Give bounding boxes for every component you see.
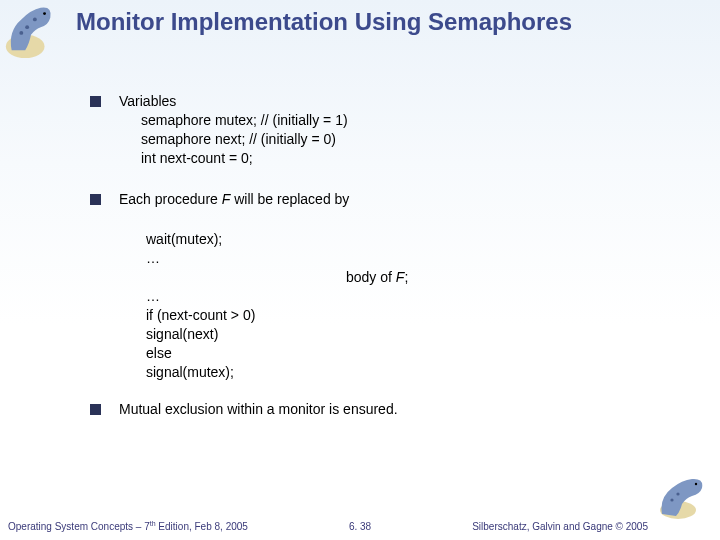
var-line: semaphore mutex; // (initially = 1) [141, 111, 680, 130]
code-line: wait(mutex); [146, 230, 680, 249]
svg-point-3 [33, 17, 37, 21]
svg-point-8 [695, 483, 697, 485]
code-line: … [146, 287, 680, 306]
bullet-square-icon [90, 404, 101, 415]
bullet-mutual-exclusion: Mutual exclusion within a monitor is ens… [90, 400, 680, 419]
italic-f: F [222, 191, 231, 207]
svg-point-1 [19, 31, 23, 35]
bullet-body: Variables semaphore mutex; // (initially… [119, 92, 680, 168]
slide: Monitor Implementation Using Semaphores … [0, 0, 720, 540]
text: Operating System Concepts – 7 [8, 521, 150, 532]
text: body of [346, 269, 396, 285]
dinosaur-logo-icon [2, 2, 60, 60]
dinosaur-logo-small-icon [654, 476, 714, 520]
code-line: … [146, 249, 680, 268]
svg-point-7 [676, 492, 679, 495]
var-line: semaphore next; // (initially = 0) [141, 130, 680, 149]
footer-center: 6. 38 [349, 521, 371, 532]
text: Each procedure [119, 191, 222, 207]
text: Edition, Feb 8, 2005 [156, 521, 248, 532]
bullet-body: Mutual exclusion within a monitor is ens… [119, 400, 680, 419]
footer-left: Operating System Concepts – 7th Edition,… [8, 520, 248, 532]
text: will be replaced by [230, 191, 349, 207]
footer-right: Silberschatz, Galvin and Gagne © 2005 [472, 521, 648, 532]
slide-content: Variables semaphore mutex; // (initially… [90, 92, 680, 440]
code-line: if (next-count > 0) [146, 306, 680, 325]
bullet-square-icon [90, 194, 101, 205]
code-line: signal(mutex); [146, 363, 680, 382]
bullet-body: Each procedure F will be replaced by [119, 190, 680, 209]
bullet-procedure: Each procedure F will be replaced by [90, 190, 680, 209]
footer: Operating System Concepts – 7th Edition,… [0, 518, 720, 532]
var-line: int next-count = 0; [141, 149, 680, 168]
slide-title: Monitor Implementation Using Semaphores [76, 8, 700, 36]
svg-point-6 [670, 498, 673, 501]
svg-point-4 [43, 12, 46, 15]
bullet-head: Variables [119, 92, 680, 111]
code-line: signal(next) [146, 325, 680, 344]
code-line: else [146, 344, 680, 363]
svg-point-2 [25, 25, 29, 29]
code-line-body: body of F; [346, 268, 680, 287]
bullet-square-icon [90, 96, 101, 107]
code-block: wait(mutex); … body of F; … if (next-cou… [146, 230, 680, 381]
bullet-variables: Variables semaphore mutex; // (initially… [90, 92, 680, 168]
text: ; [404, 269, 408, 285]
